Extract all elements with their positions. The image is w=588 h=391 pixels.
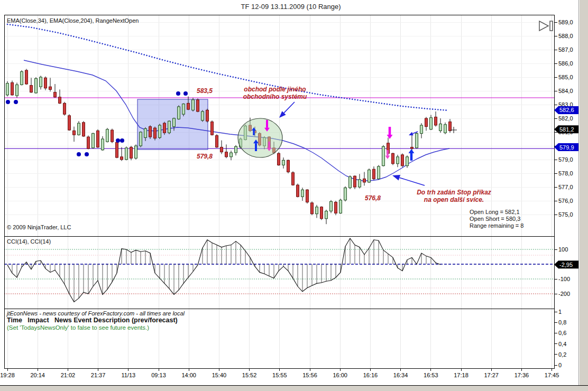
svg-text:-200: -200	[558, 291, 570, 297]
svg-text:16:16: 16:16	[363, 372, 378, 378]
window-chrome	[0, 0, 588, 391]
svg-text:09:13: 09:13	[151, 372, 166, 378]
play-step-icon[interactable]	[539, 21, 553, 31]
svg-text:15:40: 15:40	[212, 372, 227, 378]
price-axis: 589,0588,0587,0586,0585,0584,0583,0582,0…	[554, 19, 573, 218]
svg-text:17:45: 17:45	[545, 372, 559, 378]
cci-axis: 100-100-200-2,95	[554, 246, 579, 297]
svg-text:100: 100	[558, 246, 568, 253]
main-indicator-label: EMA(Close,34), EMA(Close,204), RangeNext…	[7, 17, 139, 24]
svg-text:586,0: 586,0	[558, 60, 573, 67]
cci-level-lines	[4, 249, 554, 294]
ema-34-line	[24, 60, 449, 181]
svg-text:0,4: 0,4	[558, 341, 566, 347]
svg-text:588,0: 588,0	[558, 33, 573, 39]
svg-text:11/13: 11/13	[121, 372, 135, 378]
svg-text:579,9: 579,9	[559, 144, 574, 151]
svg-text:581,2: 581,2	[559, 126, 574, 133]
cci-indicator-label: CCI(14), CCI(14)	[7, 238, 51, 245]
annotation-583-5: 583,5	[197, 87, 213, 95]
svg-text:15:52: 15:52	[242, 372, 257, 378]
svg-text:21:02: 21:02	[61, 372, 76, 378]
news-provider-label: jtEconNews - news courtesy of ForexFacto…	[7, 310, 185, 316]
svg-text:16:34: 16:34	[393, 372, 408, 378]
svg-text:-2,95: -2,95	[559, 262, 573, 268]
svg-text:578,0: 578,0	[558, 170, 573, 176]
annotation-stop-note-line2: na open další svíce.	[416, 196, 492, 203]
annotation-trade-note-line1: obchod podle jiného	[233, 86, 317, 93]
news-hint-label: (Set 'TodaysNewsOnly' to false to see fu…	[7, 324, 149, 331]
svg-text:15:55: 15:55	[272, 372, 287, 378]
annotation-trade-note-line2: obchodního systému	[233, 93, 317, 100]
chart-title: TF 12-09 13.11.2009 (10 Range)	[0, 3, 582, 11]
horizontal-gridlines	[4, 22, 554, 215]
annotation-arrows	[279, 102, 425, 185]
copyright-label: © 2009 NinjaTrader, LLC	[7, 224, 71, 230]
price-marker-badges: 582,6581,2579,9	[554, 106, 579, 151]
svg-text:15:56: 15:56	[302, 372, 317, 378]
svg-text:589,0: 589,0	[558, 19, 573, 25]
svg-text:-100: -100	[558, 276, 570, 282]
annotation-576-8: 576,8	[365, 194, 381, 202]
svg-text:14:00: 14:00	[181, 372, 196, 378]
news-header-label: Time Impact News Event Description (prev…	[7, 316, 178, 324]
svg-text:584,0: 584,0	[558, 88, 573, 94]
svg-text:16:53: 16:53	[424, 372, 438, 378]
time-axis: 19:2820:1421:0221:3711/1309:1314:0015:40…	[0, 368, 559, 378]
news-axis: 10,80,60,40,20	[554, 309, 566, 368]
chart-window: 589,0588,0587,0586,0585,0584,0583,0582,0…	[0, 0, 588, 391]
svg-text:17:27: 17:27	[484, 372, 499, 378]
svg-text:585,0: 585,0	[558, 74, 573, 80]
svg-text:20:14: 20:14	[30, 372, 45, 378]
svg-text:19:28: 19:28	[0, 372, 15, 378]
svg-text:17:18: 17:18	[454, 372, 468, 378]
svg-text:587,0: 587,0	[558, 46, 573, 53]
svg-text:0,2: 0,2	[558, 351, 566, 358]
svg-text:16:00: 16:00	[333, 372, 347, 378]
svg-text:1: 1	[558, 309, 562, 315]
svg-text:582,0: 582,0	[558, 115, 573, 122]
svg-text:0,8: 0,8	[558, 319, 566, 325]
svg-text:582,6: 582,6	[559, 107, 574, 113]
svg-text:0,6: 0,6	[558, 330, 566, 336]
svg-text:579,0: 579,0	[558, 156, 573, 163]
chart-canvas: 589,0588,0587,0586,0585,0584,0583,0582,0…	[0, 0, 588, 391]
svg-text:0: 0	[558, 362, 562, 368]
annotation-579-8: 579,8	[197, 153, 213, 160]
open-long-label: Open Long = 582,1	[470, 209, 520, 216]
highlight-ellipse	[238, 118, 282, 157]
cci-series	[7, 238, 440, 302]
svg-text:21:37: 21:37	[91, 372, 106, 378]
svg-text:576,0: 576,0	[558, 198, 573, 204]
svg-text:17:36: 17:36	[514, 372, 529, 378]
annotation-stop-note-line1: Do trh zadán Stop příkaz	[416, 189, 492, 196]
svg-text:575,0: 575,0	[558, 211, 573, 218]
range-remaining-label: Range remaining = 8	[470, 222, 523, 229]
svg-text:577,0: 577,0	[558, 184, 573, 190]
open-short-label: Open Short = 580,3	[470, 216, 520, 222]
